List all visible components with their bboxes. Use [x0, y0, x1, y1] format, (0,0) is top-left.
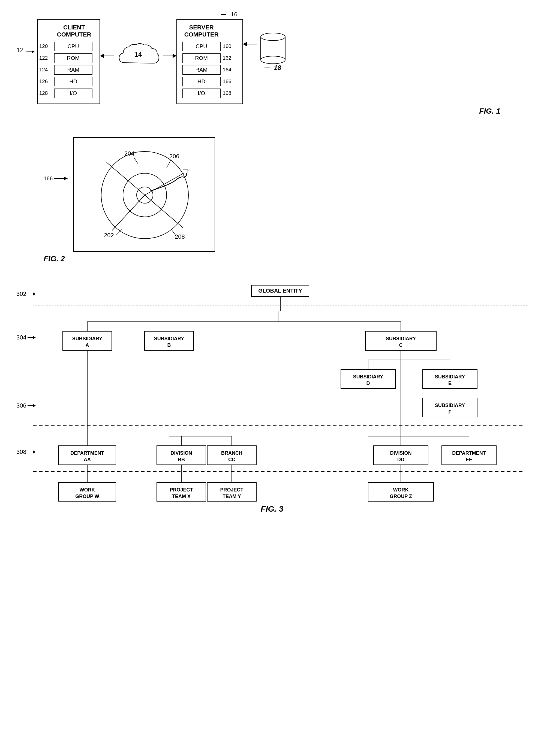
disk-diagram: 202 204 206 208 [79, 143, 210, 247]
svg-rect-25 [183, 169, 188, 173]
rom-box-server: ROM [182, 53, 220, 63]
client-computer-title: CLIENTCOMPUTER [54, 24, 94, 38]
io-box-server: I/O [182, 89, 220, 98]
server-computer-title: SERVERCOMPUTER [182, 24, 220, 38]
arrow-16 [221, 12, 229, 17]
fig1-label: FIG. 1 [479, 107, 500, 115]
ref-122: 122 [39, 55, 48, 61]
io-box-client: I/O [54, 89, 92, 98]
svg-marker-17 [64, 177, 68, 180]
svg-text:B: B [167, 342, 171, 348]
arrow-db-ref [264, 65, 273, 71]
svg-text:DD: DD [397, 457, 404, 462]
svg-text:C: C [399, 342, 403, 348]
svg-point-11 [261, 33, 285, 41]
svg-text:DEPARTMENT: DEPARTMENT [452, 450, 486, 456]
hd-box-server: HD [182, 77, 220, 86]
svg-marker-114 [33, 404, 36, 407]
cloud-network: 14 [114, 41, 163, 71]
svg-text:WORK: WORK [393, 487, 409, 493]
database-icon [258, 30, 288, 65]
ref-16: 16 [231, 11, 237, 18]
svg-text:14: 14 [134, 51, 142, 58]
cpu-box-server: CPU [182, 42, 220, 51]
svg-text:DIVISION: DIVISION [170, 450, 192, 456]
ref-120: 120 [39, 43, 48, 49]
fig2-label: FIG. 2 [44, 254, 65, 263]
ref-304: 304 [16, 334, 26, 341]
ref-164: 164 [223, 67, 231, 73]
ref-128: 128 [39, 90, 48, 96]
svg-text:DIVISION: DIVISION [390, 450, 412, 456]
svg-text:GROUP Z: GROUP Z [390, 494, 412, 499]
ref-126: 126 [39, 78, 48, 84]
svg-text:AA: AA [84, 457, 91, 462]
svg-text:TEAM X: TEAM X [172, 494, 190, 499]
svg-text:DEPARTMENT: DEPARTMENT [70, 450, 104, 456]
ram-box-client: RAM [54, 65, 92, 75]
svg-point-12 [261, 56, 285, 64]
svg-text:TEAM Y: TEAM Y [222, 494, 241, 499]
svg-text:EE: EE [466, 457, 472, 462]
hd-box-client: HD [54, 77, 92, 86]
svg-text:PROJECT: PROJECT [220, 487, 243, 493]
arrow-306 [28, 403, 36, 408]
svg-text:GROUP W: GROUP W [75, 494, 99, 499]
svg-text:D: D [367, 381, 370, 386]
ram-box-server: RAM [182, 65, 220, 75]
svg-text:SUBSIDIARY: SUBSIDIARY [435, 403, 465, 408]
cpu-box-client: CPU [54, 42, 92, 51]
svg-text:BB: BB [178, 457, 185, 462]
global-entity-node: GLOBAL ENTITY [251, 285, 309, 297]
svg-marker-2 [100, 54, 104, 58]
svg-marker-37 [33, 336, 36, 339]
svg-marker-6 [173, 54, 176, 58]
ref-166-fig2: 166 [44, 175, 53, 182]
fig3-label: FIG. 3 [261, 504, 283, 513]
svg-text:SUBSIDIARY: SUBSIDIARY [353, 374, 383, 379]
svg-text:E: E [448, 381, 452, 386]
arrow-166-fig2 [54, 176, 68, 181]
svg-marker-8 [243, 42, 247, 46]
org-chart-svg: SUBSIDIARY A SUBSIDIARY B SUBSIDIARY C [33, 311, 524, 502]
svg-text:206: 206 [169, 153, 179, 160]
arrow-304 [28, 335, 36, 340]
svg-text:BRANCH: BRANCH [221, 450, 242, 456]
rom-box-client: ROM [54, 53, 92, 63]
ref-168: 168 [223, 90, 231, 96]
svg-text:202: 202 [104, 232, 114, 239]
ref-124: 124 [39, 67, 48, 73]
server-computer-box: SERVERCOMPUTER CPU 160 ROM 162 RAM 164 [176, 19, 243, 104]
svg-text:F: F [449, 409, 452, 415]
svg-marker-116 [33, 450, 36, 454]
ref-160: 160 [223, 43, 231, 49]
ref-18: 18 [274, 64, 281, 72]
svg-text:208: 208 [175, 233, 185, 240]
svg-text:204: 204 [124, 150, 134, 157]
svg-text:SUBSIDIARY: SUBSIDIARY [435, 374, 465, 379]
arrow-right-network [163, 53, 176, 59]
ref-308: 308 [16, 448, 26, 456]
ref-162: 162 [223, 55, 231, 61]
arrow-308 [28, 449, 36, 455]
svg-text:WORK: WORK [80, 487, 95, 493]
svg-marker-1 [32, 50, 35, 53]
svg-text:CC: CC [228, 457, 235, 462]
arrow-to-db [243, 41, 256, 47]
arrow-12 [26, 49, 35, 54]
svg-text:SUBSIDIARY: SUBSIDIARY [72, 336, 102, 341]
arrow-left-network [100, 53, 114, 59]
ref-302: 302 [16, 290, 26, 297]
ref-12: 12 [16, 46, 24, 54]
client-computer-box: CLIENTCOMPUTER 120 CPU 122 ROM 124 RAM [37, 19, 100, 104]
svg-text:PROJECT: PROJECT [170, 487, 193, 493]
ref-306: 306 [16, 402, 26, 409]
ref-166: 166 [223, 78, 231, 84]
svg-text:A: A [86, 342, 89, 348]
svg-text:SUBSIDIARY: SUBSIDIARY [386, 336, 416, 341]
svg-text:SUBSIDIARY: SUBSIDIARY [154, 336, 184, 341]
